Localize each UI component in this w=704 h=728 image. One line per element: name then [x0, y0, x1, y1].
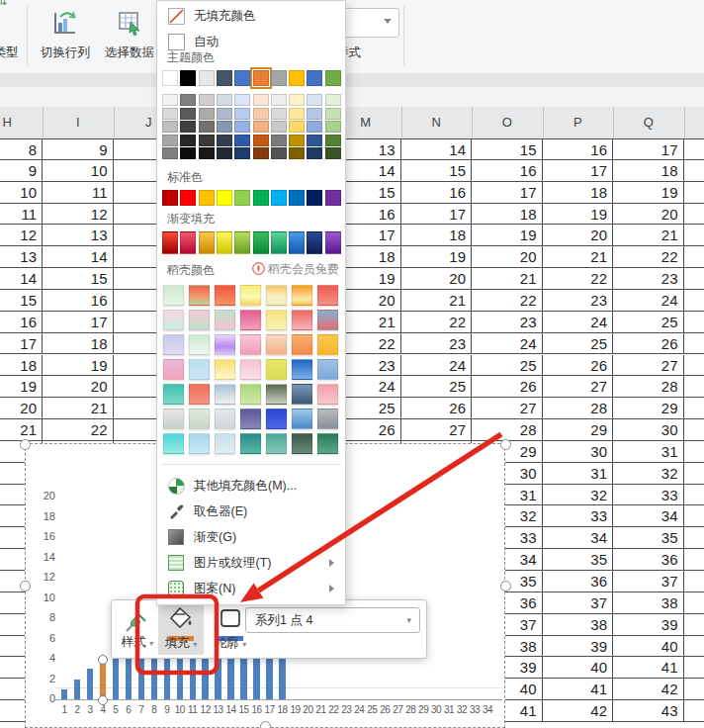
- theme-variant-swatch[interactable]: [307, 135, 322, 146]
- column-header-N[interactable]: N: [401, 107, 474, 137]
- theme-variant-swatch[interactable]: [162, 121, 178, 133]
- table-cell[interactable]: 31: [613, 441, 684, 463]
- theme-variant-swatch[interactable]: [234, 108, 250, 120]
- standard-color-swatch[interactable]: [307, 190, 322, 206]
- menu-item-color-picker[interactable]: 取色器(E): [158, 500, 344, 524]
- docer-gradient-swatch[interactable]: [240, 409, 261, 429]
- table-cell[interactable]: 29: [543, 419, 614, 441]
- table-cell[interactable]: 37: [613, 571, 684, 592]
- theme-variant-swatch[interactable]: [325, 135, 341, 146]
- table-cell[interactable]: 15: [43, 268, 114, 290]
- bar[interactable]: [190, 659, 196, 699]
- docer-gradient-swatch[interactable]: [215, 334, 235, 355]
- docer-gradient-swatch[interactable]: [189, 285, 210, 306]
- table-cell[interactable]: [684, 700, 704, 722]
- table-cell[interactable]: 14: [401, 138, 473, 160]
- standard-color-swatch[interactable]: [234, 190, 250, 206]
- table-cell[interactable]: 17: [543, 160, 614, 182]
- docer-gradient-swatch[interactable]: [317, 285, 338, 306]
- theme-variant-swatch[interactable]: [180, 94, 196, 106]
- docer-gradient-swatch[interactable]: [163, 359, 184, 380]
- table-cell[interactable]: [684, 376, 704, 398]
- table-cell[interactable]: [684, 657, 704, 679]
- docer-gradient-swatch[interactable]: [215, 359, 235, 380]
- table-cell[interactable]: 16: [43, 290, 114, 312]
- docer-gradient-swatch[interactable]: [163, 334, 184, 355]
- table-cell[interactable]: 32: [543, 485, 614, 506]
- table-cell[interactable]: 18: [401, 225, 473, 246]
- table-cell[interactable]: 22: [543, 268, 614, 290]
- table-cell[interactable]: 40: [613, 636, 684, 658]
- table-cell[interactable]: 27: [543, 376, 614, 398]
- table-cell[interactable]: 28: [543, 398, 614, 419]
- table-cell[interactable]: [684, 527, 704, 549]
- theme-variant-swatch[interactable]: [162, 94, 178, 106]
- docer-gradient-swatch[interactable]: [266, 409, 287, 429]
- docer-gradient-swatch[interactable]: [317, 359, 338, 380]
- theme-variant-swatch[interactable]: [253, 121, 269, 133]
- table-cell[interactable]: [684, 355, 704, 377]
- docer-gradient-swatch[interactable]: [163, 409, 184, 429]
- docer-gradient-swatch[interactable]: [189, 310, 210, 330]
- table-cell[interactable]: 19: [613, 182, 684, 204]
- table-cell[interactable]: 9: [0, 160, 43, 182]
- theme-variant-swatch[interactable]: [307, 94, 322, 106]
- table-cell[interactable]: 16: [401, 182, 473, 204]
- chart-selection-handle[interactable]: [20, 581, 31, 592]
- docer-gradient-swatch[interactable]: [292, 334, 312, 355]
- table-cell[interactable]: 39: [613, 614, 684, 636]
- table-cell[interactable]: 12: [43, 204, 114, 226]
- table-cell[interactable]: 18: [543, 182, 614, 204]
- table-cell[interactable]: [684, 571, 704, 592]
- table-cell[interactable]: 25: [472, 355, 543, 377]
- table-cell[interactable]: [684, 614, 704, 636]
- theme-variant-swatch[interactable]: [180, 147, 196, 159]
- table-cell[interactable]: 42: [613, 679, 684, 700]
- gradient-swatch[interactable]: [271, 231, 287, 254]
- theme-color-swatch[interactable]: [271, 70, 287, 86]
- table-cell[interactable]: 15: [472, 138, 543, 160]
- theme-variant-swatch[interactable]: [271, 135, 287, 146]
- table-cell[interactable]: 16: [543, 138, 614, 160]
- theme-variant-swatch[interactable]: [217, 94, 232, 106]
- theme-variant-swatch[interactable]: [253, 108, 269, 120]
- table-cell[interactable]: 24: [401, 355, 473, 377]
- table-cell[interactable]: 8: [0, 138, 43, 160]
- table-cell[interactable]: 22: [613, 246, 684, 268]
- table-cell[interactable]: 39: [543, 636, 614, 658]
- table-cell[interactable]: 13: [0, 246, 43, 268]
- docer-gradient-swatch[interactable]: [215, 384, 235, 405]
- theme-variant-swatch[interactable]: [253, 147, 269, 159]
- table-cell[interactable]: 28: [613, 376, 684, 398]
- bar[interactable]: [279, 659, 285, 699]
- table-cell[interactable]: 20: [43, 376, 114, 398]
- theme-variant-swatch[interactable]: [199, 147, 215, 159]
- table-cell[interactable]: 18: [613, 160, 684, 182]
- table-cell[interactable]: 19: [401, 246, 473, 268]
- theme-variant-swatch[interactable]: [217, 121, 232, 133]
- point-selection-handle[interactable]: [98, 655, 108, 665]
- theme-variant-swatch[interactable]: [199, 135, 215, 146]
- table-cell[interactable]: [684, 398, 704, 419]
- table-cell[interactable]: 42: [543, 700, 614, 722]
- gradient-swatch[interactable]: [162, 231, 178, 254]
- theme-variant-swatch[interactable]: [253, 135, 269, 146]
- docer-gradient-swatch[interactable]: [189, 384, 210, 405]
- table-cell[interactable]: 36: [543, 571, 614, 592]
- theme-variant-swatch[interactable]: [199, 108, 215, 120]
- docer-gradient-swatch[interactable]: [266, 433, 287, 454]
- table-cell[interactable]: 25: [613, 312, 684, 333]
- table-cell[interactable]: 12: [0, 225, 43, 246]
- theme-variant-swatch[interactable]: [289, 121, 305, 133]
- table-cell[interactable]: 38: [613, 592, 684, 614]
- theme-variant-swatch[interactable]: [162, 147, 178, 159]
- docer-gradient-swatch[interactable]: [240, 433, 261, 454]
- table-cell[interactable]: 27: [613, 355, 684, 377]
- docer-gradient-swatch[interactable]: [189, 433, 210, 454]
- table-cell[interactable]: [684, 333, 704, 355]
- bar[interactable]: [151, 659, 157, 699]
- theme-color-swatch[interactable]: [217, 70, 232, 86]
- menu-item-gradient[interactable]: 渐变(G): [158, 525, 344, 550]
- table-cell[interactable]: 28: [472, 419, 543, 441]
- bar[interactable]: [202, 659, 208, 699]
